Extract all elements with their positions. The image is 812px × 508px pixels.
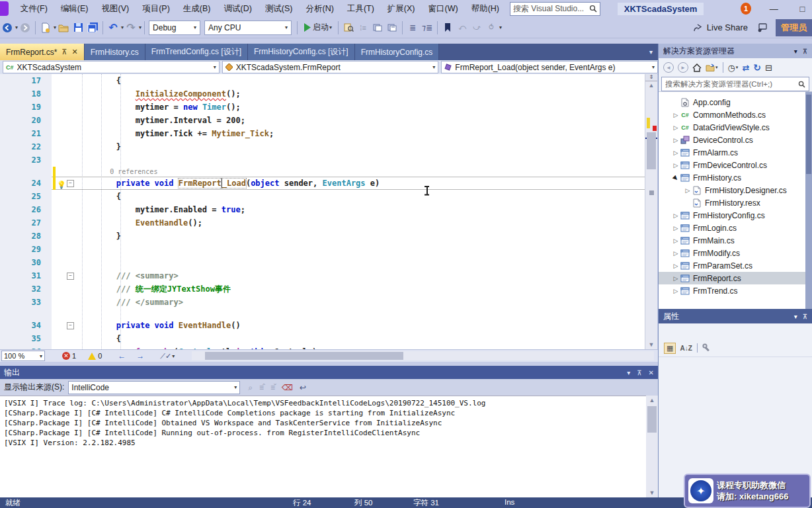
refresh-icon[interactable]: ↻	[753, 62, 761, 73]
scroll-up-arrow[interactable]: ▲	[645, 81, 657, 90]
close-icon[interactable]: ✕	[71, 48, 77, 56]
undo-dropdown[interactable]: ▾	[121, 24, 124, 30]
tree-item-FrmReport-cs[interactable]: ▷FrmReport.cs	[659, 272, 812, 284]
window-layout-icon[interactable]	[386, 21, 399, 35]
collapsed-arrow-icon[interactable]: ▷	[672, 288, 680, 294]
code-line-17[interactable]: 17 {	[0, 74, 645, 87]
navigate-forward-arrow-icon[interactable]: →	[136, 351, 144, 360]
quick-search-box[interactable]: 搜索 Visual Studio...	[510, 2, 600, 16]
code-line-23[interactable]: 23	[0, 153, 645, 167]
solution-explorer-header[interactable]: 解决方案资源管理器 ▾ ⊼	[659, 44, 812, 58]
open-file-icon[interactable]	[57, 21, 70, 35]
code-line-20[interactable]: 20 mytimer.Interval = 200;	[0, 114, 645, 127]
collapsed-arrow-icon[interactable]: ▷	[672, 275, 680, 282]
menu-item-4[interactable]: 项目(P)	[136, 0, 177, 17]
code-text[interactable]: private void FrmReport_Load(object sende…	[78, 177, 645, 190]
tree-item-FrmHistoryConfig-cs[interactable]: ▷FrmHistoryConfig.cs	[659, 209, 812, 222]
collapse-region-box[interactable]: −	[67, 273, 74, 280]
pin-icon[interactable]: ⊼	[61, 48, 67, 56]
menu-item-2[interactable]: 编辑(E)	[54, 0, 95, 17]
menu-item-10[interactable]: 扩展(X)	[381, 0, 422, 17]
tree-item-DataGridViewStyle-cs[interactable]: ▷C#DataGridViewStyle.cs	[659, 121, 812, 134]
project-dropdown[interactable]: C# XKTScadaSystem▾	[3, 61, 220, 73]
output-scrollbar[interactable]: ▲ ▼	[646, 396, 658, 497]
code-text[interactable]	[78, 153, 645, 167]
increase-indent-icon[interactable]: ⁊≣	[421, 21, 434, 35]
code-text[interactable]	[78, 309, 645, 319]
code-text[interactable]: 0 references	[78, 167, 645, 177]
collapsed-arrow-icon[interactable]: ▷	[672, 225, 680, 232]
output-source-select[interactable]: IntelliCode▾	[68, 381, 240, 394]
admin-badge[interactable]: 管理员	[776, 19, 812, 36]
code-text[interactable]	[78, 243, 645, 256]
warning-count[interactable]: 0	[98, 352, 102, 360]
tree-item-CommonMethods-cs[interactable]: ▷C#CommonMethods.cs	[659, 108, 812, 121]
navigate-backward-dropdown[interactable]: ▾	[15, 24, 18, 30]
code-line-33[interactable]: 33 /// </summary>	[0, 296, 645, 309]
pin-icon[interactable]: ⊼	[803, 313, 807, 320]
code-line-26[interactable]: 26 mytimer.Enabled = true;	[0, 203, 645, 216]
word-wrap-icon[interactable]: ↩	[300, 383, 306, 392]
home-icon[interactable]	[692, 64, 702, 72]
code-text[interactable]: /// <summary>	[78, 269, 645, 282]
code-text[interactable]: mytimer.Enabled = true;	[78, 203, 645, 216]
minimize-button[interactable]: —	[764, 1, 784, 16]
code-text[interactable]: mytimer = new Timer();	[78, 101, 645, 114]
tree-item-FrmHistory-resx[interactable]: FrmHistory.resx	[659, 196, 812, 209]
code-text[interactable]: /// </summary>	[78, 296, 645, 309]
code-editor[interactable]: 17 {18 InitializeComponent();19 mytimer …	[0, 74, 645, 349]
code-line-24[interactable]: 24💡− private void FrmReport_Load(object …	[0, 177, 645, 190]
tree-item-FrmParamSet-cs[interactable]: ▷FrmParamSet.cs	[659, 259, 812, 272]
collapsed-arrow-icon[interactable]: ▷	[684, 187, 692, 194]
navigate-forward-icon[interactable]	[19, 21, 32, 35]
undo-icon[interactable]: ↶	[106, 21, 120, 35]
code-cleanup-icon[interactable]: ⟋✓	[160, 352, 171, 360]
code-line-35[interactable]: 35 {	[0, 332, 645, 345]
find-message-icon[interactable]: ⌕	[248, 383, 253, 392]
new-window-icon[interactable]	[371, 21, 384, 35]
document-tab-3[interactable]: FrmTrendConfig.cs [设计]	[145, 44, 248, 60]
output-panel-header[interactable]: 输出 ▾ ⊼ ✕	[0, 366, 658, 379]
code-text[interactable]	[78, 256, 645, 269]
code-line-34[interactable]: 34− private void EventHandle()	[0, 319, 645, 332]
clear-bookmarks-icon[interactable]: ⥀	[485, 21, 498, 35]
tree-item-FrmLogin-cs[interactable]: ▷FrmLogin.cs	[659, 222, 812, 234]
code-text[interactable]: mytimer.Interval = 200;	[78, 114, 645, 127]
code-line-32[interactable]: 32 /// 统一绑定JYTextShow事件	[0, 282, 645, 296]
live-share-label[interactable]: Live Share	[707, 22, 748, 32]
type-dropdown[interactable]: XKTScadaSystem.FrmReport▾	[222, 61, 439, 73]
pending-changes-filter-icon[interactable]: ◷▾	[728, 63, 739, 73]
collapsed-arrow-icon[interactable]: ▷	[672, 162, 680, 169]
scroll-down-arrow[interactable]: ▼	[645, 340, 657, 349]
code-cleanup-dropdown[interactable]: ▾	[172, 353, 175, 359]
error-count[interactable]: 1	[72, 352, 76, 360]
code-text[interactable]: /// 统一绑定JYTextShow事件	[78, 282, 645, 296]
previous-message-icon[interactable]: ≡̂	[259, 383, 264, 392]
code-line-28[interactable]: 28 }	[0, 230, 645, 243]
navigate-back-arrow-icon[interactable]: ←	[118, 351, 126, 360]
menu-item-6[interactable]: 调试(D)	[218, 0, 259, 17]
editor-vertical-scrollbar[interactable]: ⇕ ▲ ▼	[645, 74, 657, 349]
output-scroll-down-arrow[interactable]: ▼	[646, 488, 658, 497]
tree-item-FrmModify-cs[interactable]: ▷FrmModify.cs	[659, 247, 812, 259]
code-text[interactable]: mytimer.Tick += Mytimer_Tick;	[78, 127, 645, 140]
code-line-25[interactable]: 25 {	[0, 190, 645, 203]
menu-item-1[interactable]: 文件(F)	[14, 0, 54, 17]
tree-item-DeviceControl-cs[interactable]: ▷DeviceControl.cs	[659, 134, 812, 146]
collapsed-arrow-icon[interactable]: ▷	[672, 124, 680, 131]
code-text[interactable]: private void EventHandle()	[78, 319, 645, 332]
se-forward-icon[interactable]: ►	[678, 62, 688, 73]
scrollbar-thumb[interactable]	[647, 132, 656, 169]
alphabetical-sort-icon[interactable]: A↓Z	[680, 345, 692, 352]
categorized-view-icon[interactable]: ▦	[664, 343, 676, 354]
save-all-icon[interactable]	[86, 21, 99, 35]
collapsed-arrow-icon[interactable]: ▷	[672, 237, 680, 244]
code-line-lens[interactable]	[0, 309, 645, 319]
window-position-chevron-icon[interactable]: ▾	[794, 313, 797, 320]
document-tab-5[interactable]: FrmHistoryConfig.cs	[355, 44, 440, 60]
code-text[interactable]: InitializeComponent();	[78, 87, 645, 101]
collapsed-arrow-icon[interactable]: ▷	[672, 250, 680, 257]
redo-icon[interactable]: ↷	[124, 21, 138, 35]
solution-name-label[interactable]: XKTScadaSystem	[618, 3, 704, 15]
code-line-31[interactable]: 31− /// <summary>	[0, 269, 645, 282]
